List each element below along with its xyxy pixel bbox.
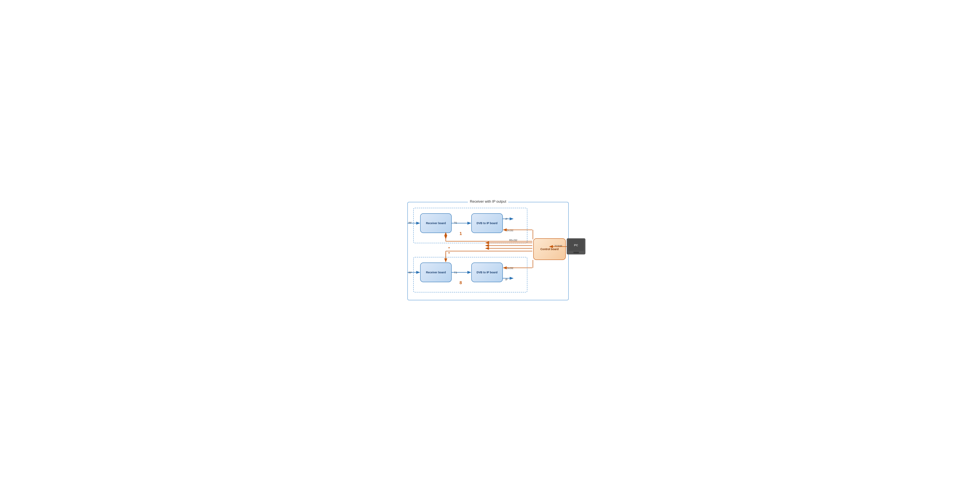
receiver-board-bottom: Receiver board [420, 263, 452, 282]
diagram-title: Receiver with IP output [468, 199, 508, 204]
diagram-container: Receiver with IP output 1 8 Receiver boa… [401, 200, 579, 302]
pc-stand [573, 252, 579, 253]
label-ts-bottom: TS [454, 271, 457, 274]
dvb-board-bottom: DVB to IP board [471, 263, 503, 282]
control-board: Control board [533, 238, 566, 260]
label-rs232-bottom: RS-232 [505, 267, 514, 269]
label-tcp-ip: TCP/IP [555, 245, 562, 247]
label-rf-bottom: RF [409, 271, 412, 274]
dvb-board-top: DVB to IP board [471, 213, 503, 233]
label-rs232-control: RS-232 [509, 239, 517, 242]
pc-box: PC [567, 238, 585, 255]
label-ip-bottom: IP [505, 278, 508, 281]
label-ts-top: TS [454, 222, 457, 224]
label-ip-top: IP [505, 218, 508, 220]
label-rs232-top: RS-232 [505, 229, 514, 232]
label-rf-top: RF [409, 222, 412, 224]
receiver-board-top: Receiver board [420, 213, 452, 233]
group-number-1: 1 [460, 231, 462, 236]
pc-screen: PC [568, 239, 584, 251]
dots-separator: •• [448, 245, 451, 255]
group-number-8: 8 [460, 280, 462, 285]
